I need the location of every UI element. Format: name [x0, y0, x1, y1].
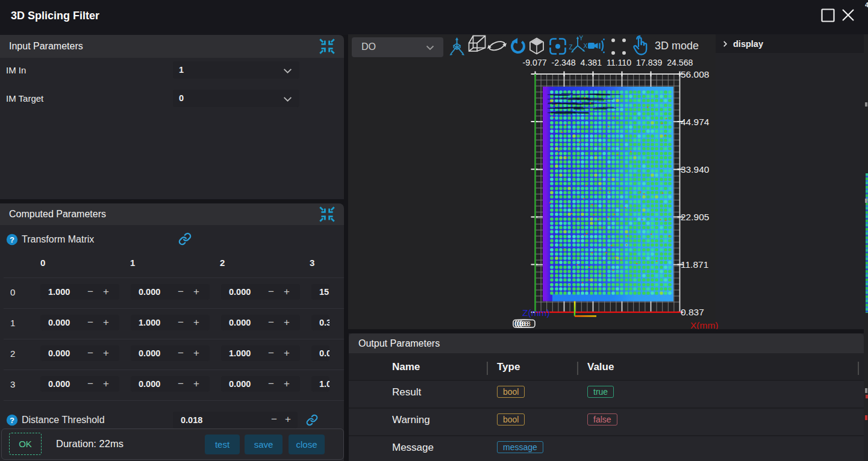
svg-text:?: ?: [10, 416, 14, 425]
svg-text:44.974: 44.974: [681, 117, 710, 127]
svg-text:Z(mm): Z(mm): [522, 308, 550, 318]
svg-text:33.940: 33.940: [681, 164, 710, 175]
svg-text:56.008: 56.008: [681, 69, 709, 79]
svg-text:X(mm): X(mm): [690, 320, 719, 329]
svg-text:11.871: 11.871: [681, 259, 708, 270]
svg-text:0.8: 0.8: [522, 320, 531, 327]
svg-text:-9.077 -2.348 4.381 11.110: -9.077 -2.348 4.381 11.110 17.839 24.568: [523, 57, 693, 67]
svg-text:22.905: 22.905: [681, 212, 709, 222]
svg-text:?: ?: [10, 235, 14, 244]
svg-text:0.837: 0.837: [681, 307, 704, 317]
